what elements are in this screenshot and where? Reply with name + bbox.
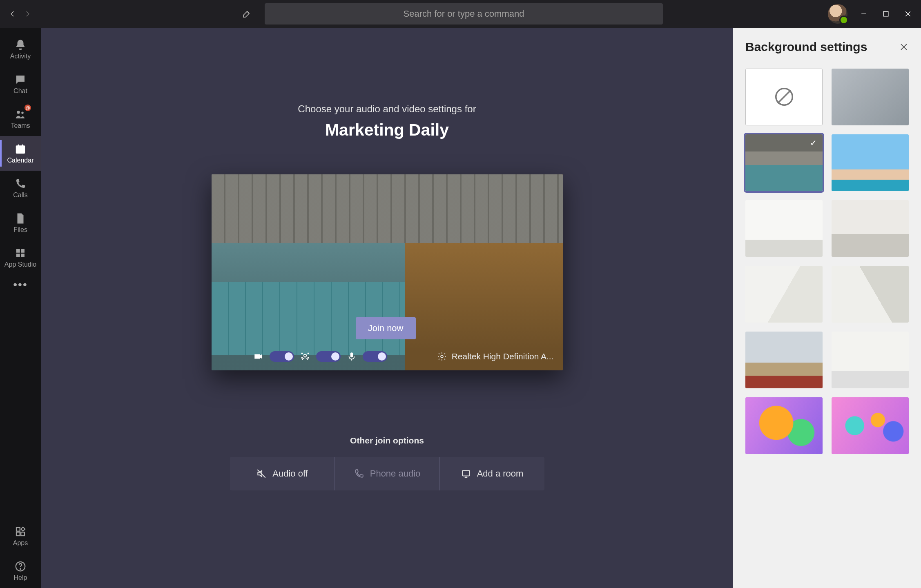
video-preview: Join now Realtek High D xyxy=(212,174,563,370)
svg-point-21 xyxy=(308,353,308,354)
audio-off-label: Audio off xyxy=(272,468,308,479)
svg-rect-16 xyxy=(16,532,20,536)
background-tile-none[interactable] xyxy=(745,69,823,125)
new-message-icon[interactable] xyxy=(242,9,252,19)
back-button[interactable] xyxy=(9,10,16,18)
other-options-row: Audio off Phone audio Add a room xyxy=(230,457,544,490)
svg-point-23 xyxy=(308,357,308,358)
rail-item-help[interactable]: Help xyxy=(0,553,41,588)
gear-icon xyxy=(437,352,447,361)
svg-rect-11 xyxy=(21,249,25,253)
speaker-off-icon xyxy=(256,468,267,479)
bell-icon xyxy=(14,39,27,51)
search-placeholder-text: Search for or type a command xyxy=(404,9,524,19)
rail-item-calls[interactable]: Calls xyxy=(0,171,41,205)
device-label: Realtek High Definition A... xyxy=(452,352,554,361)
panel-close-button[interactable] xyxy=(899,42,909,52)
background-tile-room-5[interactable] xyxy=(832,332,909,388)
rail-item-calendar[interactable]: Calendar xyxy=(0,136,41,171)
window-minimize-button[interactable] xyxy=(860,10,868,18)
background-tile-blur[interactable] xyxy=(832,69,909,125)
svg-point-19 xyxy=(303,354,306,357)
add-room-button[interactable]: Add a room xyxy=(439,457,544,490)
join-now-button[interactable]: Join now xyxy=(356,317,416,339)
rail-label: Chat xyxy=(13,87,27,95)
phone-audio-button: Phone audio xyxy=(335,457,439,490)
app-rail: Activity Chat Teams @ Calendar Calls Fil… xyxy=(0,28,41,588)
rail-label: Teams xyxy=(11,122,30,129)
rail-item-appstudio[interactable]: App Studio xyxy=(0,240,41,275)
rail-label: App Studio xyxy=(4,261,36,268)
mention-badge: @ xyxy=(24,104,32,112)
add-room-label: Add a room xyxy=(477,468,524,479)
window-maximize-button[interactable] xyxy=(882,10,890,18)
svg-point-4 xyxy=(17,111,20,114)
rail-item-chat[interactable]: Chat xyxy=(0,67,41,101)
background-tile-room-4[interactable] xyxy=(832,266,909,323)
rail-label: Activity xyxy=(10,53,31,60)
svg-rect-12 xyxy=(16,254,20,257)
background-tile-abstract-1[interactable] xyxy=(745,397,823,454)
room-icon xyxy=(461,468,471,479)
background-tile-abstract-2[interactable] xyxy=(832,397,909,454)
background-tile-office[interactable] xyxy=(745,332,823,388)
device-settings-button[interactable]: Realtek High Definition A... xyxy=(437,352,554,361)
ban-icon xyxy=(773,86,795,108)
rail-label: Calls xyxy=(13,192,28,199)
camera-toggle[interactable] xyxy=(270,351,294,362)
preview-controls: Realtek High Definition A... xyxy=(212,343,563,370)
svg-point-20 xyxy=(301,353,302,354)
svg-line-31 xyxy=(778,91,791,104)
calendar-icon xyxy=(14,143,27,155)
camera-icon xyxy=(253,351,264,362)
svg-rect-14 xyxy=(16,528,20,531)
rail-item-files[interactable]: Files xyxy=(0,205,41,240)
rail-item-teams[interactable]: Teams @ xyxy=(0,101,41,136)
window-close-button[interactable] xyxy=(904,10,912,18)
svg-rect-15 xyxy=(21,532,25,536)
background-tile-room-3[interactable] xyxy=(745,266,823,323)
rail-item-activity[interactable]: Activity xyxy=(0,32,41,67)
svg-point-18 xyxy=(20,568,21,569)
background-tile-room-2[interactable] xyxy=(832,200,909,257)
rail-more-button[interactable]: ••• xyxy=(13,278,27,291)
window-controls xyxy=(860,10,912,18)
user-avatar[interactable] xyxy=(828,4,847,24)
other-options-heading: Other join options xyxy=(350,436,424,445)
svg-point-22 xyxy=(301,357,302,358)
meeting-title: Marketing Daily xyxy=(325,120,449,140)
background-tile-sky[interactable] xyxy=(832,134,909,191)
svg-rect-1 xyxy=(883,11,888,16)
rail-label: Files xyxy=(13,226,27,234)
svg-rect-7 xyxy=(16,145,25,147)
background-tile-room-1[interactable] xyxy=(745,200,823,257)
prejoin-subtitle: Choose your audio and video settings for xyxy=(298,103,476,115)
svg-rect-27 xyxy=(462,470,469,476)
file-icon xyxy=(14,212,27,225)
audio-off-button[interactable]: Audio off xyxy=(230,457,335,490)
rail-label: Apps xyxy=(13,539,28,547)
background-tile-lockers[interactable] xyxy=(745,134,823,191)
nav-arrows xyxy=(9,10,31,18)
rail-item-apps[interactable]: Apps xyxy=(0,519,41,553)
svg-rect-13 xyxy=(21,254,25,257)
help-icon xyxy=(14,560,27,572)
prejoin-stage: Choose your audio and video settings for… xyxy=(41,28,733,588)
svg-point-25 xyxy=(441,355,443,358)
microphone-icon xyxy=(346,351,357,362)
appstudio-icon xyxy=(14,247,27,259)
chat-icon xyxy=(14,74,27,86)
background-grid xyxy=(745,69,909,454)
apps-icon xyxy=(14,526,27,538)
microphone-toggle[interactable] xyxy=(363,351,387,362)
background-effects-toggle[interactable] xyxy=(316,351,341,362)
svg-point-5 xyxy=(21,111,24,114)
background-settings-panel: Background settings xyxy=(733,28,921,588)
forward-button[interactable] xyxy=(24,10,31,18)
search-input[interactable]: Search for or type a command xyxy=(265,3,663,24)
rail-label: Calendar xyxy=(7,157,34,164)
svg-rect-10 xyxy=(16,249,20,253)
panel-title: Background settings xyxy=(745,40,867,54)
background-effects-icon xyxy=(300,351,310,362)
svg-rect-24 xyxy=(350,352,353,357)
